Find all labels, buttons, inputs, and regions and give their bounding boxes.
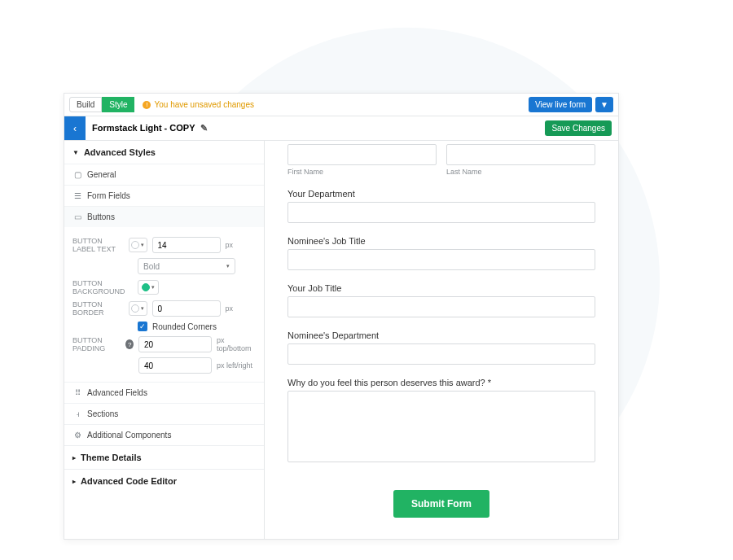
row-background: BUTTON BACKGROUND ▾ [72, 279, 256, 295]
row-font-weight: Bold ▾ [72, 258, 256, 274]
unit-label: px [226, 241, 257, 249]
lines-icon: ☰ [72, 191, 82, 200]
sidebar-item-label: General [87, 170, 116, 179]
form-preview: First Name Last Name Your Department Nom… [265, 141, 618, 539]
accordion-label: Advanced Styles [84, 147, 156, 157]
button-icon: ▭ [72, 212, 82, 221]
theme-subheader: ‹ Formstack Light - COPY ✎ Save Changes [64, 116, 618, 141]
edit-icon[interactable]: ✎ [200, 123, 208, 133]
nominee-department-input[interactable] [287, 343, 595, 365]
swatch-icon [142, 283, 150, 291]
last-name-field: Last Name [446, 144, 595, 176]
sidebar-item-form-fields[interactable]: ☰ Form Fields [64, 185, 264, 206]
border-color-picker[interactable]: ▾ [129, 301, 147, 316]
unsaved-warning-text: You have unsaved changes [154, 100, 254, 109]
accordion-advanced-code-editor[interactable]: ▸ Advanced Code Editor [64, 469, 264, 492]
select-value: Bold [143, 262, 160, 271]
label-text-size-input[interactable] [152, 237, 221, 253]
row-rounded-corners: ✓ Rounded Corners [138, 322, 256, 331]
your-department-input[interactable] [287, 202, 595, 223]
warning-icon: ! [143, 101, 151, 109]
theme-title-row: Formstack Light - COPY ✎ Save Changes [86, 116, 618, 140]
nominee-department-label: Nominee's Department [287, 330, 595, 340]
sidebar-item-label: Additional Components [87, 431, 171, 440]
unsaved-warning: ! You have unsaved changes [143, 100, 254, 109]
help-icon[interactable]: ? [125, 339, 134, 349]
grid-icon: ⠿ [72, 388, 82, 397]
first-name-field: First Name [287, 144, 437, 176]
theme-name-text: Formstack Light - COPY [92, 123, 195, 133]
name-row: First Name Last Name [287, 141, 595, 176]
sidebar-item-buttons[interactable]: ▭ Buttons [64, 206, 264, 227]
unit-label: px left/right [217, 361, 256, 370]
sidebar-item-label: Buttons [87, 212, 115, 221]
background-color-picker[interactable]: ▾ [138, 280, 159, 295]
chevron-down-icon: ▾ [226, 263, 230, 269]
sidebar-item-label: Sections [87, 409, 118, 418]
app-window: Build Style ! You have unsaved changes V… [64, 93, 619, 540]
sidebar-item-sections[interactable]: ⫞ Sections [64, 403, 264, 424]
chevron-down-icon: ▾ [151, 284, 155, 291]
award-question-textarea[interactable] [287, 391, 595, 462]
first-name-sublabel: First Name [287, 168, 437, 176]
swatch-icon [131, 304, 139, 313]
chevron-left-icon: ‹ [73, 123, 77, 134]
your-department-label: Your Department [287, 189, 595, 199]
theme-name: Formstack Light - COPY ✎ [92, 123, 208, 133]
submit-form-button[interactable]: Submit Form [393, 490, 489, 518]
first-name-input[interactable] [287, 144, 437, 165]
save-changes-button[interactable]: Save Changes [545, 120, 612, 136]
unit-label: px [226, 304, 257, 313]
nominee-job-title-input[interactable] [287, 249, 595, 270]
padding-lr-input[interactable] [138, 357, 212, 374]
sidebar-item-additional-components[interactable]: ⚙ Additional Components [64, 424, 264, 445]
main-area: ▼ Advanced Styles ▢ General ☰ Form Field… [64, 141, 618, 539]
row-padding-lr: px left/right [72, 357, 256, 374]
accordion-label: Advanced Code Editor [81, 476, 177, 486]
sidebar-item-label: Form Fields [87, 191, 130, 200]
buttons-controls: BUTTON LABEL TEXT ▾ px Bold ▾ [64, 227, 264, 382]
accordion-advanced-styles[interactable]: ▼ Advanced Styles [64, 141, 264, 164]
sidebar-item-general[interactable]: ▢ General [64, 164, 264, 185]
award-question-label: Why do you feel this person deserves thi… [287, 378, 595, 387]
padding-tb-input[interactable] [138, 336, 212, 352]
row-label-text: BUTTON LABEL TEXT ▾ px [72, 237, 256, 253]
chevron-down-icon: ▾ [141, 305, 144, 312]
last-name-sublabel: Last Name [446, 168, 595, 176]
tab-build[interactable]: Build [69, 97, 102, 112]
row-border: BUTTON BORDER ▾ px [72, 300, 256, 317]
border-size-input[interactable] [152, 300, 221, 317]
top-bar-left: Build Style ! You have unsaved changes [69, 97, 254, 112]
sidebar: ▼ Advanced Styles ▢ General ☰ Form Field… [64, 141, 265, 539]
unit-label: px top/bottom [217, 336, 256, 352]
sections-icon: ⫞ [72, 409, 82, 418]
swatch-icon [131, 241, 139, 249]
text-color-picker[interactable]: ▾ [129, 238, 147, 252]
submit-wrap: Submit Form [287, 490, 595, 518]
square-icon: ▢ [72, 170, 82, 179]
sidebar-item-label: Advanced Fields [87, 388, 147, 397]
tab-style[interactable]: Style [102, 97, 134, 112]
control-label: BUTTON BACKGROUND [72, 279, 133, 295]
top-bar: Build Style ! You have unsaved changes V… [64, 94, 618, 116]
back-button[interactable]: ‹ [64, 116, 86, 140]
control-label: BUTTON LABEL TEXT [72, 237, 124, 253]
caret-right-icon: ▸ [72, 454, 76, 462]
caret-down-icon: ▼ [72, 149, 79, 156]
control-label: BUTTON PADDING [72, 336, 121, 352]
your-job-title-input[interactable] [287, 296, 595, 317]
accordion-theme-details[interactable]: ▸ Theme Details [64, 445, 264, 469]
your-job-title-label: Your Job Title [287, 283, 595, 293]
view-live-form-button[interactable]: View live form [529, 97, 592, 112]
view-live-dropdown-button[interactable]: ▼ [595, 97, 613, 112]
font-weight-select[interactable]: Bold ▾ [138, 258, 235, 274]
accordion-label: Theme Details [81, 453, 142, 462]
caret-right-icon: ▸ [72, 478, 76, 485]
nominee-job-title-label: Nominee's Job Title [287, 236, 595, 246]
row-padding-tb: BUTTON PADDING ? px top/bottom [72, 336, 256, 352]
sidebar-item-advanced-fields[interactable]: ⠿ Advanced Fields [64, 382, 264, 403]
last-name-input[interactable] [446, 144, 595, 165]
checkbox-label: Rounded Corners [152, 322, 217, 331]
rounded-corners-checkbox[interactable]: ✓ [138, 322, 147, 331]
top-bar-right: View live form ▼ [529, 97, 613, 112]
